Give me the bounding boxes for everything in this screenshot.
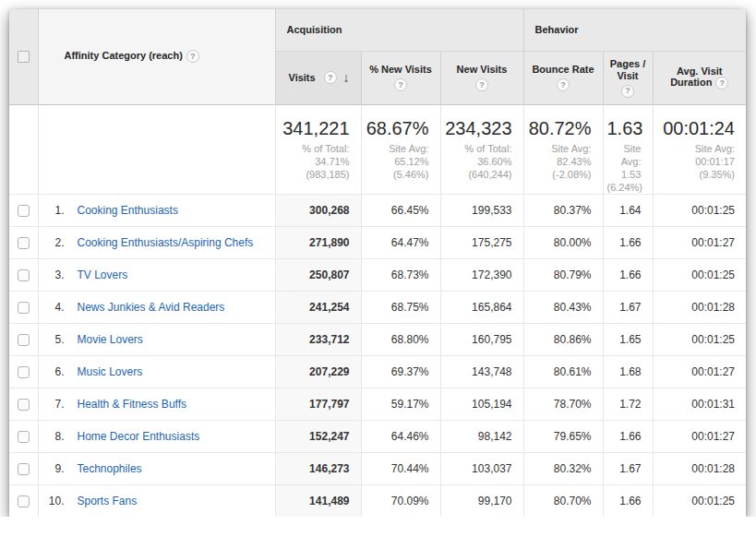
bounce-rate-cell: 80.79% [523,258,603,291]
summary-empty-cell [9,104,38,194]
row-checkbox[interactable] [18,463,30,475]
table-row: 3.TV Lovers 250,807 68.73% 172,390 80.79… [9,258,746,291]
bounce-rate-cell: 80.86% [523,323,603,355]
avg-duration-cell: 00:01:27 [653,226,746,258]
row-checkbox-cell [9,452,38,484]
row-checkbox[interactable] [18,334,30,346]
help-icon[interactable]: ? [186,50,199,63]
avg-duration-cell: 00:01:28 [653,452,746,484]
bounce-rate-cell: 79.65% [523,420,603,452]
category-link[interactable]: Home Decor Enthusiasts [78,430,200,443]
row-number: 6. [39,365,65,378]
visits-cell: 300,268 [275,194,361,226]
summary-pages-visit-subtext: Site Avg: 1.53 (6.24%) [607,142,642,194]
table-row: 2.Cooking Enthusiasts/Aspiring Chefs 271… [9,226,746,258]
category-link[interactable]: Sports Fans [78,495,138,507]
column-header-bounce-rate[interactable]: Bounce Rate ? [523,51,603,104]
column-header-avg-duration[interactable]: Avg. Visit Duration? [653,51,746,104]
avg-duration-cell: 00:01:27 [653,420,746,452]
row-checkbox[interactable] [18,205,30,217]
visits-cell: 250,807 [275,258,361,291]
bounce-rate-cell: 80.61% [523,355,603,388]
pct-new-visits-cell: 70.09% [361,484,440,517]
new-visits-cell: 199,533 [440,194,523,226]
group-header-behavior: Behavior [523,9,746,51]
category-link[interactable]: Music Lovers [78,365,143,378]
row-checkbox[interactable] [18,269,30,281]
row-checkbox[interactable] [18,495,30,507]
acquisition-label: Acquisition [287,24,342,35]
category-link[interactable]: Health & Fitness Buffs [78,398,187,411]
visits-cell: 177,797 [275,388,361,420]
category-cell: 9.Technophiles [38,452,275,484]
pages-visit-cell: 1.67 [603,452,653,484]
visits-cell: 207,229 [275,355,361,388]
pages-visit-cell: 1.64 [603,194,653,226]
pct-new-visits-cell: 64.46% [361,420,440,452]
avg-duration-header-label: Avg. Visit Duration [670,66,722,88]
category-cell: 4.News Junkies & Avid Readers [38,291,275,323]
table-row: 9.Technophiles 146,273 70.44% 103,037 80… [9,452,746,484]
new-visits-cell: 99,170 [440,484,523,517]
help-icon[interactable]: ? [715,77,728,90]
pages-visit-cell: 1.66 [603,258,653,291]
visits-cell: 141,489 [275,484,361,517]
help-icon[interactable]: ? [621,85,634,98]
pct-new-visits-cell: 64.47% [361,226,440,258]
bounce-rate-header-label: Bounce Rate [532,64,594,76]
row-checkbox-cell [9,226,38,258]
category-cell: 3.TV Lovers [38,258,275,291]
avg-duration-cell: 00:01:31 [653,388,746,420]
analytics-table: Affinity Category (reach)? Acquisition B… [9,9,746,517]
category-link[interactable]: Technophiles [78,462,142,475]
category-link[interactable]: TV Lovers [78,268,128,281]
pct-new-visits-cell: 68.73% [361,258,440,291]
table-row: 6.Music Lovers 207,229 69.37% 143,748 80… [9,355,746,388]
category-link[interactable]: Movie Lovers [78,333,143,346]
select-all-checkbox[interactable] [18,51,30,63]
category-link[interactable]: Cooking Enthusiasts/Aspiring Chefs [78,236,254,249]
row-checkbox[interactable] [18,431,30,443]
pages-visit-cell: 1.67 [603,291,653,323]
category-cell: 10.Sports Fans [38,484,275,517]
bounce-rate-cell: 80.32% [523,452,603,484]
table-header: Affinity Category (reach)? Acquisition B… [9,9,746,104]
table-row: 1.Cooking Enthusiasts 300,268 66.45% 199… [9,194,746,226]
row-checkbox-cell [9,258,38,291]
visits-cell: 152,247 [275,420,361,452]
help-icon[interactable]: ? [557,78,570,91]
row-number: 10. [39,495,65,507]
column-header-pct-new-visits[interactable]: % New Visits ? [361,51,440,104]
column-header-visits[interactable]: Visits? ↓ [275,51,361,104]
new-visits-cell: 143,748 [440,355,523,388]
pages-visit-cell: 1.66 [603,484,653,517]
column-header-new-visits[interactable]: New Visits ? [440,51,523,104]
pct-new-visits-cell: 59.17% [361,388,440,420]
pct-new-visits-header-label: % New Visits [369,64,432,76]
row-checkbox[interactable] [18,399,30,411]
column-header-pages-visit[interactable]: Pages / Visit ? [603,51,653,104]
row-checkbox-cell [9,291,38,323]
row-checkbox[interactable] [18,237,30,249]
summary-pct-new-visits: 68.67% Site Avg: 65.12% (5.46%) [361,104,440,194]
behavior-label: Behavior [535,24,579,35]
bounce-rate-cell: 80.43% [523,291,603,323]
category-link[interactable]: Cooking Enthusiasts [78,204,178,217]
row-checkbox-cell [9,355,38,388]
category-link[interactable]: News Junkies & Avid Readers [78,301,225,314]
bounce-rate-cell: 78.70% [523,388,603,420]
table-row: 7.Health & Fitness Buffs 177,797 59.17% … [9,388,746,420]
row-checkbox[interactable] [18,366,30,378]
help-icon[interactable]: ? [324,71,337,84]
visits-cell: 146,273 [275,452,361,484]
dimension-header-cell[interactable]: Affinity Category (reach)? [38,9,275,104]
row-checkbox[interactable] [18,302,30,314]
summary-new-visits-subtext: % of Total: 36.60% (640,244) [445,142,512,181]
sort-descending-icon[interactable]: ↓ [343,70,350,85]
table-row: 8.Home Decor Enthusiasts 152,247 64.46% … [9,420,746,452]
summary-avg-duration: 00:01:24 Site Avg: 00:01:17 (9.35%) [653,104,746,194]
category-cell: 1.Cooking Enthusiasts [38,194,275,226]
help-icon[interactable]: ? [475,78,488,91]
help-icon[interactable]: ? [394,78,407,91]
new-visits-cell: 172,390 [440,258,523,291]
